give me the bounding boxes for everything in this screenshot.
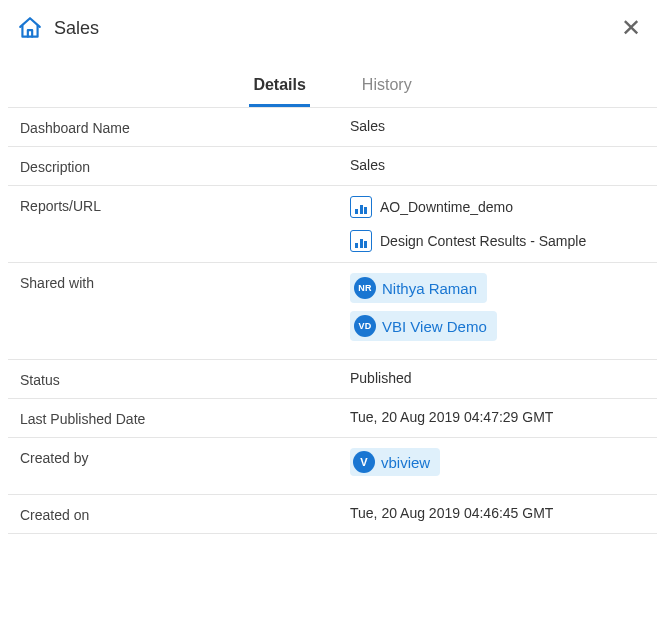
label-created-by: Created by: [20, 448, 350, 466]
value-status: Published: [350, 370, 645, 386]
row-reports-url: Reports/URL AO_Downtime_demo Design Cont…: [8, 185, 657, 262]
report-name: AO_Downtime_demo: [380, 199, 513, 215]
panel-title: Sales: [54, 18, 99, 39]
row-status: Status Published: [8, 359, 657, 398]
user-chip[interactable]: VD VBI View Demo: [350, 311, 497, 341]
tab-history[interactable]: History: [358, 68, 416, 107]
value-created-by: V vbiview: [350, 448, 645, 484]
tab-bar: Details History: [0, 68, 665, 107]
report-link[interactable]: AO_Downtime_demo: [350, 196, 645, 218]
tab-details[interactable]: Details: [249, 68, 309, 107]
row-created-on: Created on Tue, 20 Aug 2019 04:46:45 GMT: [8, 494, 657, 534]
user-chip[interactable]: V vbiview: [350, 448, 440, 476]
label-last-published: Last Published Date: [20, 409, 350, 427]
row-created-by: Created by V vbiview: [8, 437, 657, 494]
avatar: VD: [354, 315, 376, 337]
header-left: Sales: [16, 14, 99, 42]
close-icon[interactable]: ✕: [613, 12, 649, 44]
chart-icon: [350, 196, 372, 218]
row-dashboard-name: Dashboard Name Sales: [8, 107, 657, 146]
label-shared-with: Shared with: [20, 273, 350, 291]
value-description: Sales: [350, 157, 645, 173]
value-reports-url: AO_Downtime_demo Design Contest Results …: [350, 196, 645, 252]
label-created-on: Created on: [20, 505, 350, 523]
value-created-on: Tue, 20 Aug 2019 04:46:45 GMT: [350, 505, 645, 521]
value-dashboard-name: Sales: [350, 118, 645, 134]
user-name: VBI View Demo: [382, 318, 487, 335]
user-name: vbiview: [381, 454, 430, 471]
label-description: Description: [20, 157, 350, 175]
row-description: Description Sales: [8, 146, 657, 185]
avatar: V: [353, 451, 375, 473]
report-link[interactable]: Design Contest Results - Sample: [350, 230, 645, 252]
details-table: Dashboard Name Sales Description Sales R…: [8, 107, 657, 534]
chart-icon: [350, 230, 372, 252]
label-reports-url: Reports/URL: [20, 196, 350, 214]
value-last-published: Tue, 20 Aug 2019 04:47:29 GMT: [350, 409, 645, 425]
user-chip[interactable]: NR Nithya Raman: [350, 273, 487, 303]
value-shared-with: NR Nithya Raman VD VBI View Demo: [350, 273, 645, 349]
row-shared-with: Shared with NR Nithya Raman VD VBI View …: [8, 262, 657, 359]
label-dashboard-name: Dashboard Name: [20, 118, 350, 136]
label-status: Status: [20, 370, 350, 388]
home-icon[interactable]: [16, 14, 44, 42]
avatar: NR: [354, 277, 376, 299]
row-last-published: Last Published Date Tue, 20 Aug 2019 04:…: [8, 398, 657, 437]
panel-header: Sales ✕: [0, 0, 665, 52]
report-name: Design Contest Results - Sample: [380, 233, 586, 249]
user-name: Nithya Raman: [382, 280, 477, 297]
